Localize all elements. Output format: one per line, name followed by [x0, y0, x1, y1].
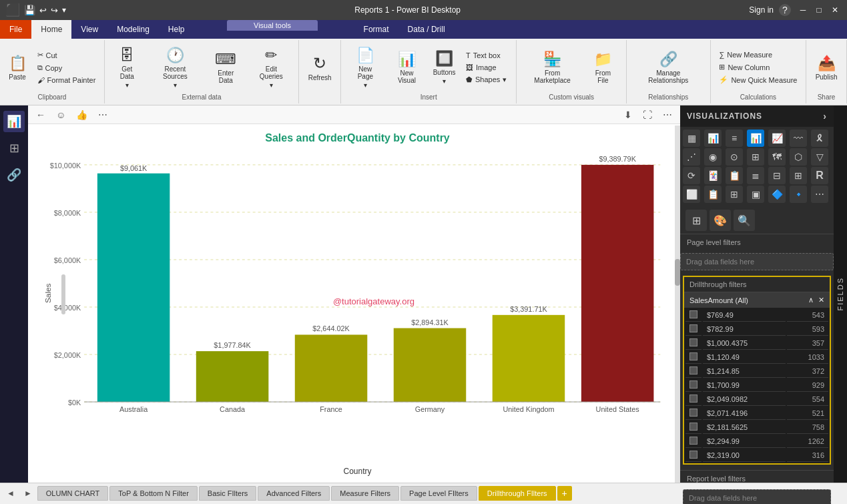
viz-more5[interactable]: 🔷 [768, 186, 786, 203]
viz-format-tab[interactable]: 🎨 [710, 210, 731, 231]
more-options-icon[interactable]: ⋯ [660, 108, 675, 121]
textbox-button[interactable]: T Text box [462, 50, 511, 61]
viz-more1[interactable]: ⬜ [683, 186, 700, 203]
bar-uk[interactable] [493, 315, 565, 402]
filter-row[interactable]: $2,294.99 1262 [685, 435, 828, 448]
refresh-button[interactable]: ↻ Refresh [304, 51, 336, 84]
new-quick-measure-button[interactable]: ⚡ New Quick Measure [715, 74, 801, 85]
recent-sources-button[interactable]: 🕐 Recent Sources ▾ [148, 44, 202, 91]
close-button[interactable]: ✕ [828, 3, 842, 17]
viz-analytics-tab[interactable]: 🔍 [734, 210, 755, 231]
tab-file[interactable]: File [0, 20, 31, 39]
filter-checkbox[interactable] [689, 395, 697, 403]
filter-checkbox[interactable] [689, 310, 697, 318]
get-data-button[interactable]: 🗄 Get Data ▾ [110, 44, 144, 91]
filter-checkbox[interactable] [689, 338, 697, 346]
expand-icon[interactable]: ⛶ [640, 108, 655, 121]
viz-slicer[interactable]: ≣ [747, 167, 764, 184]
viz-more2[interactable]: 📋 [704, 186, 722, 203]
model-view-icon[interactable]: 🔗 [3, 164, 25, 186]
sign-in-button[interactable]: Sign in [749, 5, 774, 15]
viz-funnel[interactable]: ▽ [811, 148, 828, 166]
filter-row[interactable]: $2,049.0982 554 [685, 393, 828, 406]
enter-data-button[interactable]: ⌨ Enter Data [206, 48, 246, 87]
filter-checkbox[interactable] [689, 409, 697, 417]
viz-map[interactable]: 🗺 [768, 148, 786, 166]
viz-gauge[interactable]: ⟳ [683, 167, 700, 184]
bottom-tab[interactable]: Drillthrough FIlters [479, 486, 556, 501]
viz-more6[interactable]: 🔹 [790, 186, 807, 203]
viz-card[interactable]: 🃏 [704, 167, 722, 184]
fields-sidebar[interactable]: FIELDS [834, 105, 847, 483]
maximize-button[interactable]: □ [812, 3, 826, 17]
page-filter-drop-zone[interactable]: Drag data fields here [680, 253, 834, 270]
from-marketplace-button[interactable]: 🏪 From Marketplace [522, 48, 583, 87]
viz-kpi[interactable]: 📋 [726, 167, 743, 184]
vertical-scroll-thumb[interactable] [675, 259, 680, 286]
from-file-button[interactable]: 📁 From File [585, 48, 621, 87]
bar-us[interactable] [581, 165, 654, 402]
shapes-button[interactable]: ⬟ Shapes ▾ [462, 74, 511, 85]
quick-access-redo[interactable]: ↪ [51, 5, 58, 15]
viz-expand-icon[interactable]: › [823, 111, 827, 121]
viz-ribbon[interactable]: 🎗 [811, 130, 828, 147]
chart-svg-area[interactable]: $10,000K $8,000K $6,000K $4,000K $2,000K… [41, 148, 673, 465]
bottom-tab[interactable]: OLUMN CHART [37, 486, 108, 501]
filter-row[interactable]: $2,071.4196 521 [685, 407, 828, 420]
filter-row[interactable]: $2,181.5625 758 [685, 421, 828, 434]
format-painter-button[interactable]: 🖌 Format Painter [33, 75, 100, 85]
new-measure-button[interactable]: ∑ New Measure [715, 49, 801, 60]
new-visual-button[interactable]: 📊 New Visual [387, 48, 427, 87]
bar-australia[interactable] [97, 174, 170, 402]
viz-table[interactable]: ⊟ [768, 167, 786, 184]
viz-dots[interactable]: ⋯ [811, 186, 828, 203]
new-column-button[interactable]: ⊞ New Column [715, 61, 801, 73]
quick-access-save[interactable]: 💾 [24, 5, 35, 15]
viz-scatter[interactable]: ⋰ [683, 148, 700, 166]
edit-queries-button[interactable]: ✏ Edit Queries ▾ [250, 44, 294, 91]
bar-germany[interactable] [394, 328, 467, 402]
sales-filter-expand[interactable]: ∧ [808, 296, 814, 304]
viz-more3[interactable]: ⊞ [726, 186, 743, 203]
download-icon[interactable]: ⬇ [621, 108, 635, 121]
viz-more4[interactable]: ▣ [747, 186, 764, 203]
fields-label[interactable]: FIELDS [836, 277, 844, 311]
tab-view[interactable]: View [71, 20, 107, 39]
add-tab-button[interactable]: + [557, 486, 572, 501]
viz-treemap[interactable]: ⊞ [747, 148, 764, 166]
bar-canada[interactable] [196, 351, 269, 402]
publish-button[interactable]: 📤 Publish [812, 52, 842, 83]
tab-data-drill[interactable]: Data / Drill [398, 20, 455, 39]
minimize-button[interactable]: ─ [796, 3, 810, 17]
more-icon[interactable]: ⋯ [95, 108, 110, 121]
quick-access-undo[interactable]: ↩ [39, 5, 47, 15]
viz-donut[interactable]: ⊙ [726, 148, 743, 166]
viz-clustered-col[interactable]: 📊 [747, 130, 764, 147]
paste-button[interactable]: 📋 Paste [5, 52, 31, 83]
help-icon[interactable]: ? [779, 4, 791, 16]
viz-pie[interactable]: ◉ [704, 148, 722, 166]
sales-filter-close[interactable]: ✕ [818, 296, 824, 304]
bottom-tab[interactable]: Basic FIlters [199, 486, 257, 501]
copy-button[interactable]: ⧉ Copy [33, 62, 100, 73]
filter-row[interactable]: $782.99 593 [685, 323, 828, 336]
viz-line[interactable]: 📈 [768, 130, 786, 147]
filter-checkbox[interactable] [689, 366, 697, 374]
viz-matrix[interactable]: ⊞ [790, 167, 807, 184]
bottom-tab[interactable]: Measure Filters [331, 486, 399, 501]
viz-area[interactable]: 〰 [790, 130, 807, 147]
image-button[interactable]: 🖼 Image [462, 62, 511, 73]
filter-checkbox[interactable] [689, 324, 697, 332]
tab-help[interactable]: Help [159, 20, 194, 39]
filter-row[interactable]: $1,214.85 372 [685, 365, 828, 378]
manage-relationships-button[interactable]: 🔗 Manage Relationships [632, 48, 705, 87]
bar-france[interactable] [295, 334, 368, 402]
bottom-tab[interactable]: Page Level FIlters [400, 486, 477, 501]
buttons-button[interactable]: 🔲 Buttons ▾ [429, 47, 459, 87]
viz-stacked-bar[interactable]: ▦ [683, 130, 700, 147]
tab-next-button[interactable]: ► [20, 487, 36, 499]
filter-checkbox[interactable] [689, 381, 697, 389]
cut-button[interactable]: ✂ Cut [33, 49, 100, 61]
filter-row[interactable]: $1,000.4375 357 [685, 337, 828, 350]
filter-row[interactable]: $1,120.49 1033 [685, 351, 828, 364]
